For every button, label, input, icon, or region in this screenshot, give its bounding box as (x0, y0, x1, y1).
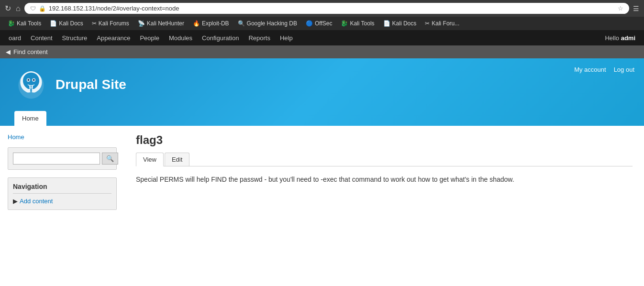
url-text: 192.168.152.131/node/2#overlay-context=n… (49, 5, 615, 12)
bookmark-label: Kali Tools (17, 20, 41, 27)
reload-icon[interactable]: ↻ (5, 4, 11, 13)
content-text: Special PERMS will help FIND the passwd … (136, 174, 547, 185)
bookmark-label: Kali Tools (350, 20, 374, 27)
site-header: My account Log out Drupal Site Home (0, 58, 644, 126)
bookmarks-bar: 🐉 Kali Tools 📄 Kali Docs ✂ Kali Forums 📡… (0, 17, 644, 30)
navigation-block: Navigation ▶ Add content (8, 177, 117, 210)
bookmark-label: Kali NetHunter (147, 20, 184, 27)
search-button[interactable]: 🔍 (102, 153, 118, 165)
main-content: flag3 View Edit Special PERMS will help … (124, 126, 644, 218)
primary-nav: Home (14, 111, 630, 126)
admin-bar-item-help[interactable]: Help (275, 30, 298, 45)
tab-edit[interactable]: Edit (165, 153, 189, 166)
drupal-logo (14, 68, 48, 101)
bookmark-label: Kali Forums (99, 20, 129, 27)
admin-username: admi (621, 34, 635, 42)
bookmark-kali-tools-2[interactable]: 🐉 Kali Tools (337, 19, 378, 28)
bookmark-kali-forums-2[interactable]: ✂ Kali Foru... (421, 19, 463, 28)
page-title: flag3 (136, 133, 633, 147)
site-logo-title: Drupal Site (14, 68, 126, 101)
search-form: 🔍 (13, 153, 111, 165)
admin-bar-item-appearance[interactable]: Appearance (92, 30, 135, 45)
extensions-icon[interactable]: ☰ (633, 5, 639, 12)
kali-docs-icon-2: 📄 (383, 20, 390, 27)
sidebar: Home 🔍 Navigation ▶ Add content (0, 126, 124, 218)
find-content-bar: ◀ Find content (0, 45, 644, 58)
arrow-icon: ▶ (13, 198, 18, 205)
bookmark-exploit-db[interactable]: 🔥 Exploit-DB (189, 19, 233, 28)
offsec-icon: 🔵 (306, 20, 313, 27)
admin-bar-hello: Hello admi (600, 34, 640, 42)
lock-icon: 🔒 (39, 5, 46, 12)
admin-bar-item-configuration[interactable]: Configuration (197, 30, 244, 45)
browser-nav-icons: ↻ ⌂ (5, 4, 21, 13)
tab-view[interactable]: View (136, 153, 164, 166)
page-content: Home 🔍 Navigation ▶ Add content flag3 Vi… (0, 126, 644, 218)
kali-forums-icon-1: ✂ (92, 20, 97, 27)
bookmark-offsec[interactable]: 🔵 OffSec (302, 19, 336, 28)
bookmark-kali-forums-1[interactable]: ✂ Kali Forums (88, 19, 133, 28)
kali-tools-icon-1: 🐉 (8, 20, 15, 27)
kali-tools-icon-2: 🐉 (341, 20, 348, 27)
admin-bar: oard Content Structure Appearance People… (0, 30, 644, 45)
admin-bar-item-modules[interactable]: Modules (164, 30, 197, 45)
bookmark-kali-nethunter[interactable]: 📡 Kali NetHunter (134, 19, 188, 28)
site-title: Drupal Site (56, 77, 126, 92)
log-out-link[interactable]: Log out (614, 66, 634, 73)
primary-nav-item-home[interactable]: Home (14, 111, 46, 126)
content-body: Special PERMS will help FIND the passwd … (136, 174, 547, 185)
home-icon[interactable]: ⌂ (16, 4, 21, 13)
search-input[interactable] (13, 153, 100, 165)
admin-bar-item-dashboard[interactable]: oard (4, 30, 26, 45)
header-user-links: My account Log out (574, 66, 634, 73)
bookmark-label: Exploit-DB (202, 20, 229, 27)
bookmark-label: Kali Foru... (432, 20, 459, 27)
admin-bar-item-content[interactable]: Content (26, 30, 57, 45)
my-account-link[interactable]: My account (574, 66, 606, 73)
bookmark-star-icon[interactable]: ☆ (618, 5, 623, 12)
breadcrumb[interactable]: Home (8, 133, 117, 141)
bookmark-label: OffSec (315, 20, 332, 27)
bookmark-label: Kali Docs (392, 20, 417, 27)
search-block: 🔍 (8, 147, 117, 170)
find-content-link[interactable]: Find content (13, 48, 48, 55)
svg-point-4 (33, 79, 35, 81)
kali-nethunter-icon: 📡 (138, 20, 145, 27)
exploit-db-icon: 🔥 (193, 20, 200, 27)
add-content-link[interactable]: ▶ Add content (13, 198, 111, 205)
site-header-top: Drupal Site (14, 68, 630, 106)
kali-forums-icon-2: ✂ (425, 20, 430, 27)
admin-bar-item-people[interactable]: People (135, 30, 164, 45)
navigation-block-title: Navigation (13, 183, 111, 194)
find-content-arrow: ◀ (6, 48, 11, 55)
google-hacking-db-icon: 🔍 (238, 20, 245, 27)
bookmark-kali-docs-1[interactable]: 📄 Kali Docs (46, 19, 87, 28)
admin-bar-item-reports[interactable]: Reports (244, 30, 275, 45)
admin-bar-item-structure[interactable]: Structure (57, 30, 92, 45)
address-bar[interactable]: 🛡 🔒 192.168.152.131/node/2#overlay-conte… (24, 3, 629, 14)
content-tabs: View Edit (136, 153, 633, 166)
kali-docs-icon-1: 📄 (50, 20, 57, 27)
svg-point-3 (27, 79, 29, 81)
bookmark-google-hacking-db[interactable]: 🔍 Google Hacking DB (234, 19, 301, 28)
bookmark-kali-docs-2[interactable]: 📄 Kali Docs (379, 19, 421, 28)
bookmark-label: Google Hacking DB (247, 20, 297, 27)
bookmark-kali-tools-1[interactable]: 🐉 Kali Tools (4, 19, 45, 28)
bookmark-label: Kali Docs (59, 20, 83, 27)
browser-chrome: ↻ ⌂ 🛡 🔒 192.168.152.131/node/2#overlay-c… (0, 0, 644, 17)
security-icon: 🛡 (30, 5, 36, 12)
